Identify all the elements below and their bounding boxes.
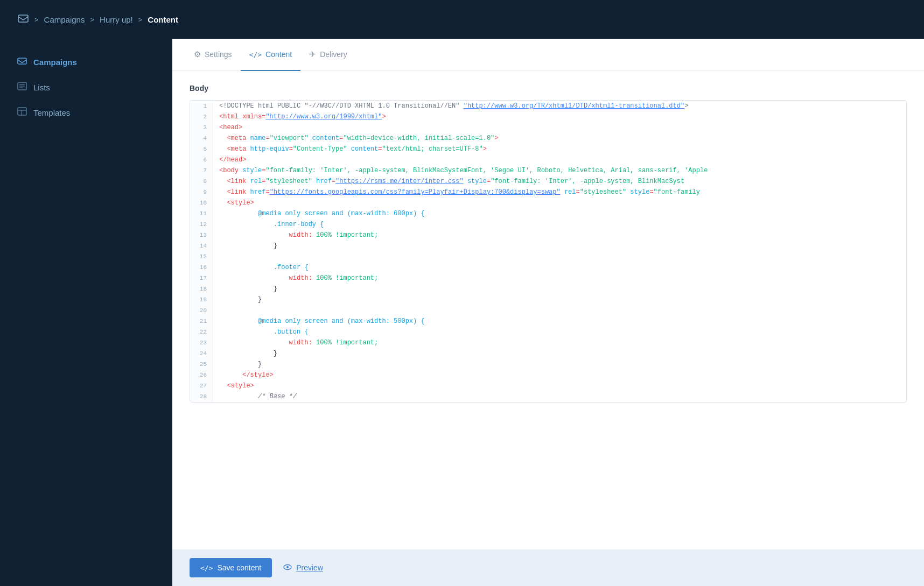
body-label: Body [190,84,907,93]
table-row: 14 } [190,241,906,251]
table-row: 17 width: 100% !important; [190,273,906,284]
content-panel: ⚙ Settings </> Content ✈ Delivery Body [172,39,924,549]
table-row: 2 <html xmlns="http://www.w3.org/1999/xh… [190,111,906,122]
table-row: 26 </style> [190,370,906,380]
tab-settings[interactable]: ⚙ Settings [185,39,241,71]
table-row: 18 } [190,284,906,294]
table-row: 8 <link rel="stylesheet" href="https://r… [190,176,906,187]
sidebar-item-templates[interactable]: Templates [0,100,172,125]
table-row: 15 [190,251,906,262]
table-row: 21 @media only screen and (max-width: 50… [190,316,906,327]
table-row: 16 .footer { [190,262,906,273]
main-layout: Campaigns Lists Templates [0,39,924,586]
breadcrumb-hurryup[interactable]: Hurry up! [100,15,133,24]
table-row: 11 @media only screen and (max-width: 60… [190,208,906,219]
topbar: > Campaigns > Hurry up! > Content [0,0,924,39]
table-row: 24 } [190,348,906,359]
code-editor[interactable]: 1 <!DOCTYPE html PUBLIC "-//W3C//DTD XHT… [190,100,907,403]
table-row: 7 <body style="font-family: 'Inter', -ap… [190,165,906,176]
body-section: Body 1 <!DOCTYPE html PUBLIC "-//W3C//DT… [172,71,924,549]
save-content-button[interactable]: </> Save content [190,558,272,577]
table-row: 19 } [190,294,906,305]
campaigns-nav-icon [17,56,27,68]
preview-icon [283,562,292,574]
table-row: 9 <link href="https://fonts.googleapis.c… [190,187,906,197]
table-row: 6 </head> [190,154,906,165]
tab-settings-label: Settings [205,50,232,59]
templates-nav-icon [17,107,27,119]
settings-tab-icon: ⚙ [194,50,201,59]
preview-label: Preview [296,563,323,572]
tabs-bar: ⚙ Settings </> Content ✈ Delivery [172,39,924,71]
breadcrumb-sep-3: > [138,16,143,24]
table-row: 13 width: 100% !important; [190,230,906,241]
table-row: 4 <meta name="viewport" content="width=d… [190,133,906,144]
sidebar-item-lists[interactable]: Lists [0,75,172,100]
table-row: 25 } [190,359,906,370]
svg-rect-6 [18,108,26,115]
svg-point-10 [286,566,289,568]
tab-content-label: Content [265,50,292,59]
tab-delivery[interactable]: ✈ Delivery [300,39,356,71]
delivery-tab-icon: ✈ [309,50,316,59]
table-row: 3 <head> [190,122,906,133]
lists-nav-icon [17,81,27,94]
table-row: 28 /* Base */ [190,391,906,402]
breadcrumb-sep-2: > [90,16,94,24]
sidebar-lists-label: Lists [33,83,50,92]
sidebar: Campaigns Lists Templates [0,39,172,586]
bottom-bar: </> Save content Preview [172,549,924,586]
tab-content[interactable]: </> Content [241,39,301,71]
table-row: 10 <style> [190,197,906,208]
preview-button[interactable]: Preview [283,562,323,574]
save-content-label: Save content [217,563,261,572]
sidebar-templates-label: Templates [33,108,70,117]
content-area: ⚙ Settings </> Content ✈ Delivery Body [172,39,924,586]
content-tab-icon: </> [249,51,262,59]
table-row: 27 <style> [190,380,906,391]
table-row: 1 <!DOCTYPE html PUBLIC "-//W3C//DTD XHT… [190,101,906,111]
sidebar-item-campaigns[interactable]: Campaigns [0,50,172,75]
breadcrumb-sep-1: > [34,16,39,24]
tab-delivery-label: Delivery [320,50,347,59]
table-row: 20 [190,305,906,316]
svg-rect-0 [18,15,28,22]
table-row: 22 .button { [190,327,906,337]
breadcrumb: > Campaigns > Hurry up! > Content [17,12,178,27]
breadcrumb-campaigns[interactable]: Campaigns [44,15,85,24]
code-lines[interactable]: 1 <!DOCTYPE html PUBLIC "-//W3C//DTD XHT… [190,101,906,402]
table-row: 12 .inner-body { [190,219,906,230]
table-row: 5 <meta http-equiv="Content-Type" conten… [190,144,906,154]
table-row: 23 width: 100% !important; [190,337,906,348]
campaigns-icon [17,12,29,27]
save-content-icon: </> [200,564,213,572]
breadcrumb-current: Content [148,15,178,24]
sidebar-campaigns-label: Campaigns [33,58,77,67]
